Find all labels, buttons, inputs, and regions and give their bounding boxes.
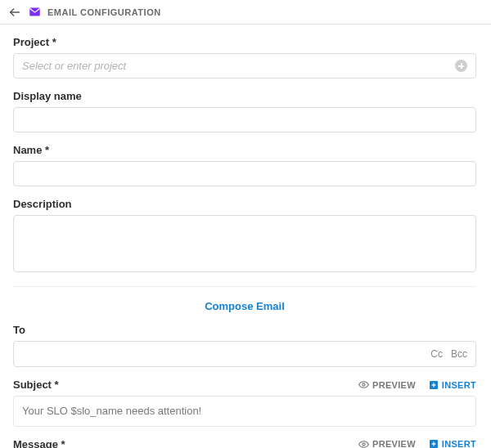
project-select[interactable]: Select or enter project	[13, 53, 476, 78]
form-scroll-area[interactable]: Project * Select or enter project Displa…	[0, 25, 491, 448]
eye-icon	[358, 439, 369, 449]
plus-square-icon	[429, 380, 439, 390]
header-bar: EMAIL CONFIGURATION	[0, 0, 491, 25]
project-placeholder: Select or enter project	[22, 60, 126, 72]
back-arrow-icon[interactable]	[8, 6, 21, 19]
name-label: Name *	[13, 144, 476, 156]
description-field: Description	[13, 198, 476, 275]
svg-point-6	[363, 442, 365, 445]
compose-email-heading: Compose Email	[13, 287, 476, 324]
display-name-field: Display name	[13, 90, 476, 132]
subject-label: Subject *	[13, 379, 59, 391]
message-preview-button[interactable]: PREVIEW	[358, 439, 416, 449]
description-label: Description	[13, 198, 476, 210]
name-input[interactable]	[13, 161, 476, 186]
email-envelope-icon	[28, 6, 41, 19]
bcc-link[interactable]: Bcc	[451, 348, 467, 360]
cc-link[interactable]: Cc	[430, 348, 443, 360]
page-title: EMAIL CONFIGURATION	[47, 7, 161, 17]
display-name-label: Display name	[13, 90, 476, 102]
description-input[interactable]	[13, 215, 476, 272]
subject-input[interactable]: Your SLO $slo_name needs attention!	[13, 396, 476, 427]
message-field: Message * PREVIEW INSERT	[13, 438, 476, 449]
svg-point-2	[363, 383, 365, 386]
eye-icon	[358, 379, 369, 390]
plus-square-icon	[429, 439, 439, 448]
to-label: To	[13, 324, 476, 336]
email-config-form: Project * Select or enter project Displa…	[0, 25, 489, 448]
project-label: Project *	[13, 36, 476, 48]
to-field: To Cc Bcc	[13, 324, 476, 367]
display-name-input[interactable]	[13, 107, 476, 132]
subject-preview-button[interactable]: PREVIEW	[358, 379, 416, 390]
name-field: Name *	[13, 144, 476, 186]
message-label: Message *	[13, 438, 65, 449]
plus-circle-icon[interactable]	[455, 60, 467, 72]
message-insert-button[interactable]: INSERT	[429, 439, 476, 448]
to-input[interactable]: Cc Bcc	[13, 341, 476, 367]
subject-field: Subject * PREVIEW INSERT	[13, 379, 476, 427]
project-field: Project * Select or enter project	[13, 36, 476, 78]
subject-insert-button[interactable]: INSERT	[429, 380, 476, 390]
